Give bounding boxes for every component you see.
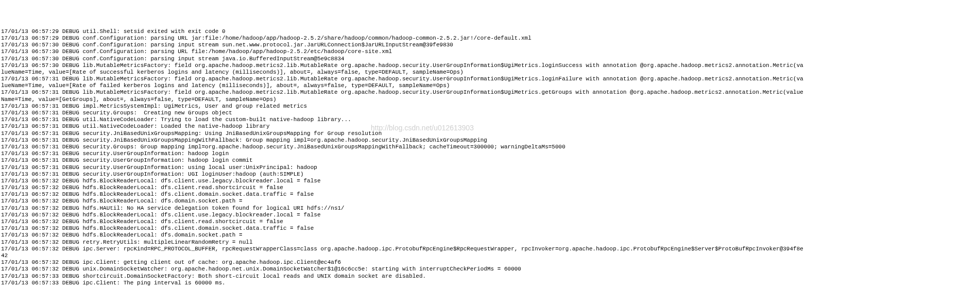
log-line: 17/01/13 06:57:32 DEBUG hdfs.BlockReader…: [1, 212, 979, 218]
log-line: 17/01/13 06:57:32 DEBUG ipc.Server: rpcK…: [1, 246, 979, 252]
log-line: 17/01/13 06:57:32 DEBUG hdfs.BlockReader…: [1, 184, 979, 191]
log-line: 17/01/13 06:57:32 DEBUG hdfs.BlockReader…: [1, 225, 979, 232]
log-line: lueName=Time, value=[Rate of failed kerb…: [1, 82, 979, 89]
log-line: 17/01/13 06:57:30 DEBUG conf.Configurati…: [1, 42, 979, 48]
log-line: 17/01/13 06:57:31 DEBUG lib.MutableMetri…: [1, 76, 979, 82]
log-line: 17/01/13 06:57:33 DEBUG shortcircuit.Dom…: [1, 273, 979, 280]
log-line: 17/01/13 06:57:31 DEBUG util.NativeCodeL…: [1, 116, 979, 123]
log-line: 17/01/13 06:57:30 DEBUG conf.Configurati…: [1, 48, 979, 55]
log-line: 17/01/13 06:57:33 DEBUG ipc.Client: The …: [1, 280, 979, 286]
log-output: 17/01/13 06:57:29 DEBUG util.Shell: sets…: [0, 27, 980, 287]
log-line: 17/01/13 06:57:31 DEBUG security.Groups:…: [1, 144, 979, 150]
log-line: 17/01/13 06:57:32 DEBUG retry.RetryUtils…: [1, 239, 979, 246]
log-line: 17/01/13 06:57:31 DEBUG security.Groups:…: [1, 110, 979, 116]
log-line: 17/01/13 06:57:29 DEBUG util.Shell: sets…: [1, 28, 979, 35]
log-line: 42: [1, 252, 979, 259]
log-line: 17/01/13 06:57:31 DEBUG security.UserGro…: [1, 164, 979, 171]
log-line: 17/01/13 06:57:29 DEBUG conf.Configurati…: [1, 35, 979, 42]
log-line: lueName=Time, value=[Rate of successful …: [1, 69, 979, 76]
log-line: 17/01/13 06:57:30 DEBUG lib.MutableMetri…: [1, 62, 979, 69]
log-line: 17/01/13 06:57:31 DEBUG lib.MutableMetri…: [1, 89, 979, 96]
log-line: 17/01/13 06:57:31 DEBUG security.UserGro…: [1, 157, 979, 164]
log-line: 17/01/13 06:57:32 DEBUG hdfs.BlockReader…: [1, 232, 979, 239]
log-line: 17/01/13 06:57:31 DEBUG impl.MetricsSyst…: [1, 103, 979, 110]
log-line: 17/01/13 06:57:31 DEBUG security.JniBase…: [1, 137, 979, 144]
log-line: 17/01/13 06:57:31 DEBUG security.UserGro…: [1, 150, 979, 157]
log-line: 17/01/13 06:57:30 DEBUG conf.Configurati…: [1, 56, 979, 62]
log-line: Name=Time, value=[GetGroups], about=, al…: [1, 96, 979, 103]
log-line: 17/01/13 06:57:31 DEBUG security.JniBase…: [1, 130, 979, 137]
log-line: 17/01/13 06:57:32 DEBUG ipc.Client: gett…: [1, 259, 979, 266]
log-line: 17/01/13 06:57:32 DEBUG hdfs.BlockReader…: [1, 178, 979, 184]
log-line: 17/01/13 06:57:31 DEBUG security.UserGro…: [1, 171, 979, 178]
log-line: 17/01/13 06:57:32 DEBUG hdfs.BlockReader…: [1, 191, 979, 198]
log-line: 17/01/13 06:57:32 DEBUG hdfs.BlockReader…: [1, 218, 979, 225]
log-line: 17/01/13 06:57:32 DEBUG hdfs.BlockReader…: [1, 198, 979, 205]
log-line: 17/01/13 06:57:32 DEBUG hdfs.HAUtil: No …: [1, 205, 979, 212]
log-line: 17/01/13 06:57:32 DEBUG unix.DomainSocke…: [1, 266, 979, 273]
log-line: 17/01/13 06:57:31 DEBUG util.NativeCodeL…: [1, 123, 979, 130]
